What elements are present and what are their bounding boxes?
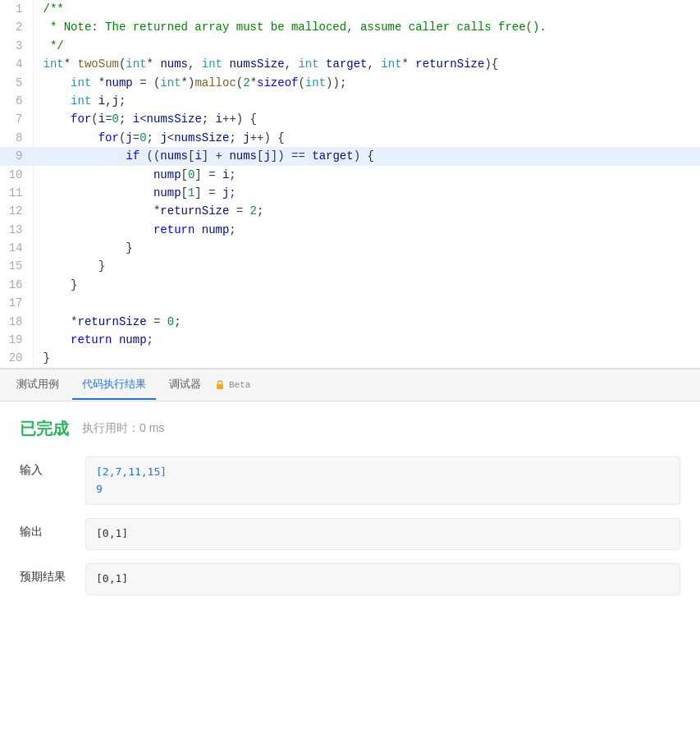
line-content: *returnSize = 2; [33,202,700,220]
input-line-1: [2,7,11,15] [96,464,670,481]
line-number: 4 [0,55,33,73]
code-line-10: 10 nump[0] = i; [0,166,700,184]
output-value: [0,1] [96,527,128,539]
code-line-19: 19 return nump; [0,331,700,349]
exec-time: 执行用时：0 ms [82,421,164,436]
input-value-box: [2,7,11,15] 9 [85,456,680,506]
line-content: return nump; [33,331,700,349]
line-number: 9 [0,147,33,165]
status-completed: 已完成 [20,418,69,440]
code-line-9: 9 if ((nums[i] + nums[j]) == target) { [0,147,700,165]
line-content: */ [33,37,700,55]
code-editor: 1 /** 2 * Note: The returned array must … [0,0,700,369]
code-line-5: 5 int *nump = (int*)malloc(2*sizeof(int)… [0,74,700,92]
line-content: for(i=0; i<numsSize; i++) { [33,110,700,128]
line-content: nump[1] = j; [33,184,700,202]
svg-rect-0 [217,384,223,389]
line-number: 1 [0,0,33,18]
line-number: 15 [0,257,33,275]
line-number: 13 [0,221,33,239]
code-line-1: 1 /** [0,0,700,18]
line-number: 20 [0,349,33,367]
output-row: 输出 [0,1] [20,518,680,550]
line-number: 2 [0,18,33,36]
line-content: if ((nums[i] + nums[j]) == target) { [33,147,700,165]
tab-test-case[interactable]: 测试用例 [7,370,69,400]
code-line-2: 2 * Note: The returned array must be mal… [0,18,700,36]
code-line-16: 16 } [0,276,700,294]
line-number: 14 [0,239,33,257]
code-line-12: 12 *returnSize = 2; [0,202,700,220]
code-line-3: 3 */ [0,37,700,55]
code-line-8: 8 for(j=0; j<numsSize; j++) { [0,129,700,147]
code-line-13: 13 return nump; [0,221,700,239]
line-content: int* twoSum(int* nums, int numsSize, int… [33,55,700,73]
result-status-row: 已完成 执行用时：0 ms [20,418,680,440]
code-line-17: 17 [0,294,700,312]
tab-exec-result[interactable]: 代码执行结果 [72,370,156,400]
input-line-2: 9 [96,481,670,498]
line-content: } [33,257,700,275]
line-content: /** [33,0,700,18]
line-content: } [33,349,700,367]
output-label: 输出 [20,518,85,539]
code-line-15: 15 } [0,257,700,275]
tab-debugger[interactable]: 调试器 [159,370,211,400]
line-number: 10 [0,166,33,184]
line-content: int i,j; [33,92,700,110]
line-number: 3 [0,37,33,55]
lock-icon [214,379,226,391]
code-line-20: 20 } [0,349,700,367]
line-content [33,294,700,312]
expected-label: 预期结果 [20,563,85,585]
code-line-4: 4 int* twoSum(int* nums, int numsSize, i… [0,55,700,73]
output-value-box: [0,1] [85,518,680,550]
code-line-7: 7 for(i=0; i<numsSize; i++) { [0,110,700,128]
line-content: } [33,239,700,257]
expected-row: 预期结果 [0,1] [20,563,680,595]
code-line-18: 18 *returnSize = 0; [0,313,700,331]
line-content: int *nump = (int*)malloc(2*sizeof(int)); [33,74,700,92]
code-line-14: 14 } [0,239,700,257]
results-area: 已完成 执行用时：0 ms 输入 [2,7,11,15] 9 输出 [0,1] … [0,401,700,625]
code-line-6: 6 int i,j; [0,92,700,110]
line-number: 8 [0,129,33,147]
input-label: 输入 [20,456,85,478]
line-content: * Note: The returned array must be mallo… [33,18,700,36]
line-number: 12 [0,202,33,220]
line-content: return nump; [33,221,700,239]
expected-value-box: [0,1] [85,563,680,595]
code-line-11: 11 nump[1] = j; [0,184,700,202]
code-table: 1 /** 2 * Note: The returned array must … [0,0,700,368]
input-row: 输入 [2,7,11,15] 9 [20,456,680,506]
line-number: 7 [0,110,33,128]
beta-badge: Beta [214,379,250,391]
line-content: for(j=0; j<numsSize; j++) { [33,129,700,147]
line-number: 17 [0,294,33,312]
line-content: } [33,276,700,294]
line-number: 11 [0,184,33,202]
line-content: nump[0] = i; [33,166,700,184]
line-number: 6 [0,92,33,110]
line-content: *returnSize = 0; [33,313,700,331]
line-number: 5 [0,74,33,92]
line-number: 18 [0,313,33,331]
line-number: 19 [0,331,33,349]
beta-label: Beta [229,380,250,390]
expected-value: [0,1] [96,572,128,585]
tabs-bar: 测试用例 代码执行结果 调试器 Beta [0,369,700,401]
line-number: 16 [0,276,33,294]
